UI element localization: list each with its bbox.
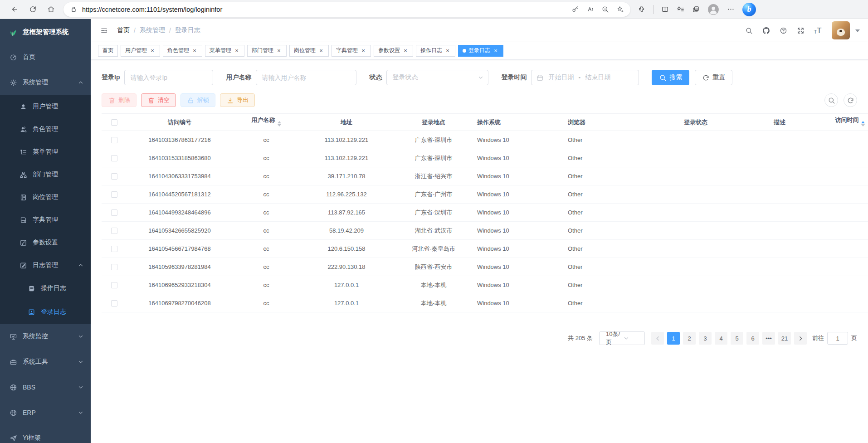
sidebar-item-dept[interactable]: 部门管理 — [0, 163, 91, 186]
close-icon[interactable]: × — [360, 48, 366, 54]
url-text[interactable]: https://ccnetcore.com:1101/system/log/lo… — [82, 6, 571, 13]
help-icon[interactable] — [776, 24, 790, 37]
page-size-select[interactable]: 10条/页 — [599, 331, 645, 345]
row-checkbox[interactable] — [111, 209, 117, 216]
page-button-3[interactable]: 3 — [699, 332, 712, 345]
caret-down-icon[interactable] — [855, 29, 860, 34]
sidebar-item-bbs[interactable]: BBS — [0, 375, 91, 400]
tab-参数设置[interactable]: 参数设置× — [374, 45, 413, 57]
sort-carets-icon[interactable] — [861, 119, 865, 128]
close-icon[interactable]: × — [318, 48, 324, 54]
row-checkbox[interactable] — [111, 282, 117, 288]
jump-input[interactable] — [827, 332, 848, 345]
sidebar-item-home[interactable]: 首页 — [0, 44, 91, 70]
select-all-checkbox[interactable] — [111, 119, 117, 126]
tab-首页[interactable]: 首页 — [98, 45, 118, 57]
sort-asc-icon[interactable] — [861, 119, 865, 123]
collections-button[interactable] — [692, 5, 700, 13]
breadcrumb-system[interactable]: 系统管理 — [140, 26, 165, 34]
sidebar-item-monitor[interactable]: 系统监控 — [0, 324, 91, 349]
date-range-picker[interactable]: 开始日期 - 结束日期 — [531, 70, 639, 85]
sidebar-item-log[interactable]: 日志管理 — [0, 254, 91, 277]
row-checkbox[interactable] — [111, 264, 117, 270]
tab-登录日志[interactable]: 登录日志× — [458, 45, 503, 57]
sidebar-item-role[interactable]: 角色管理 — [0, 118, 91, 141]
fullscreen-icon[interactable] — [794, 24, 807, 37]
tab-岗位管理[interactable]: 岗位管理× — [289, 45, 329, 57]
row-checkbox[interactable] — [111, 246, 117, 252]
read-aloud-icon[interactable] — [586, 5, 594, 13]
sort-desc-icon[interactable] — [861, 124, 865, 128]
tab-部门管理[interactable]: 部门管理× — [247, 45, 287, 57]
tab-菜单管理[interactable]: 菜单管理× — [205, 45, 244, 57]
clear-button[interactable]: 清空 — [141, 93, 176, 107]
column-header-用户名称[interactable]: 用户名称 — [232, 114, 300, 131]
search-icon[interactable] — [742, 24, 756, 37]
sort-carets-icon[interactable] — [278, 119, 281, 128]
unlock-button[interactable]: 解锁 — [180, 93, 215, 107]
tab-操作日志[interactable]: 操作日志× — [416, 45, 455, 57]
breadcrumb-home[interactable]: 首页 — [117, 26, 130, 34]
close-icon[interactable]: × — [149, 48, 156, 54]
sidebar-item-loginlog[interactable]: 登录日志 — [0, 300, 91, 324]
page-button-2[interactable]: 2 — [683, 332, 696, 345]
search-button[interactable]: 搜索 — [652, 70, 689, 85]
more-button[interactable] — [727, 5, 735, 13]
reset-button[interactable]: 重置 — [695, 70, 732, 85]
github-icon[interactable] — [759, 24, 773, 37]
column-header-访问时间[interactable]: 访问时间 — [818, 114, 868, 131]
sidebar-fold-icon[interactable] — [97, 24, 111, 37]
row-checkbox[interactable] — [111, 173, 117, 180]
sidebar-item-param[interactable]: 参数设置 — [0, 231, 91, 254]
more-pages-button[interactable]: ••• — [762, 332, 775, 345]
sidebar-item-erp[interactable]: ERP — [0, 400, 91, 425]
close-icon[interactable]: × — [276, 48, 282, 54]
sidebar-item-dict[interactable]: 字典管理 — [0, 209, 91, 231]
copilot-button[interactable]: b — [742, 3, 756, 16]
tab-角色管理[interactable]: 角色管理× — [163, 45, 202, 57]
refresh-circle-button[interactable] — [844, 93, 857, 107]
status-select[interactable]: 登录状态 — [386, 70, 488, 85]
row-checkbox[interactable] — [111, 137, 117, 143]
export-button[interactable]: 导出 — [220, 93, 255, 107]
user-avatar[interactable] — [832, 21, 850, 39]
sidebar-item-menu[interactable]: 菜单管理 — [0, 141, 91, 163]
page-button-1[interactable]: 1 — [667, 332, 680, 345]
favorites-bar-button[interactable] — [677, 5, 684, 13]
search-circle-button[interactable] — [824, 93, 838, 107]
tab-用户管理[interactable]: 用户管理× — [121, 45, 160, 57]
favorite-add-icon[interactable] — [616, 5, 624, 13]
sidebar-item-tool[interactable]: 系统工具 — [0, 349, 91, 375]
close-icon[interactable]: × — [234, 48, 240, 54]
key-icon[interactable] — [571, 5, 579, 13]
sidebar-item-oplog[interactable]: 操作日志 — [0, 277, 91, 300]
next-page-button[interactable] — [794, 332, 807, 345]
split-screen-button[interactable] — [661, 5, 669, 13]
close-icon[interactable]: × — [191, 48, 198, 54]
page-button-6[interactable]: 6 — [746, 332, 759, 345]
username-input[interactable] — [256, 70, 356, 85]
address-bar[interactable]: https://ccnetcore.com:1101/system/log/lo… — [63, 2, 630, 17]
sidebar-item-user[interactable]: 用户管理 — [0, 95, 91, 118]
zoom-out-icon[interactable] — [601, 5, 609, 13]
row-checkbox[interactable] — [111, 300, 117, 307]
page-button-21[interactable]: 21 — [778, 332, 791, 345]
font-size-icon[interactable]: TT — [811, 24, 824, 37]
select-all-header[interactable] — [102, 114, 127, 131]
extensions-button[interactable] — [638, 5, 645, 13]
sidebar-item-yi[interactable]: Yi框架 — [0, 425, 91, 443]
ip-input[interactable] — [124, 70, 213, 85]
page-button-5[interactable]: 5 — [731, 332, 743, 345]
profile-button[interactable] — [707, 4, 719, 15]
sort-asc-icon[interactable] — [278, 119, 281, 123]
row-checkbox[interactable] — [111, 191, 117, 198]
delete-button[interactable]: 删除 — [102, 93, 137, 107]
back-button[interactable] — [6, 2, 23, 17]
prev-page-button[interactable] — [651, 332, 664, 345]
sidebar-item-post[interactable]: 岗位管理 — [0, 186, 91, 209]
page-button-4[interactable]: 4 — [715, 332, 727, 345]
sort-desc-icon[interactable] — [278, 124, 281, 128]
tab-字典管理[interactable]: 字典管理× — [332, 45, 371, 57]
reload-button[interactable] — [24, 2, 41, 17]
close-icon[interactable]: × — [444, 48, 451, 54]
